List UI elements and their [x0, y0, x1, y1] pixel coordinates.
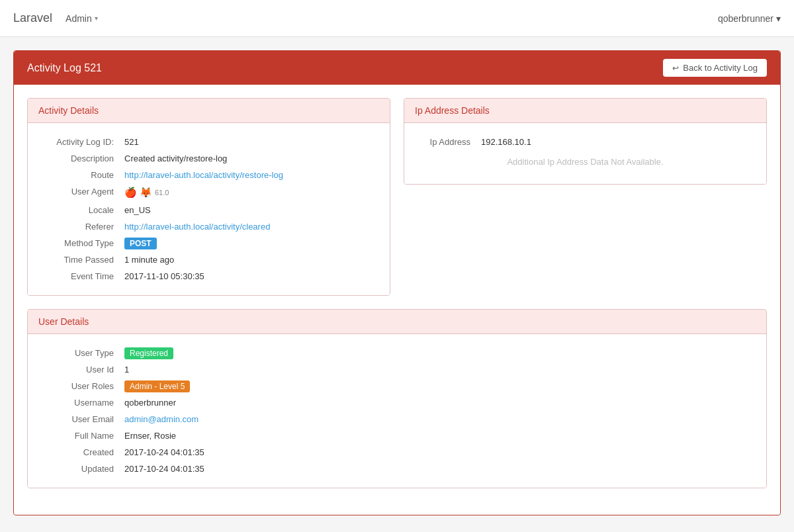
locale-row: Locale en_US	[38, 202, 379, 218]
event-time-row: Event Time 2017-11-10 05:30:35	[38, 268, 379, 285]
description-label: Description	[38, 154, 124, 163]
method-type-value: POST	[124, 238, 379, 248]
updated-value: 2017-10-24 04:01:35	[124, 464, 756, 474]
apple-icon: 🍎	[124, 187, 137, 199]
admin-badge: Admin - Level 5	[124, 380, 190, 392]
ua-version: 61.0	[155, 189, 169, 197]
user-agent-row: User Agent 🍎 🦊 61.0	[38, 183, 379, 202]
user-roles-value: Admin - Level 5	[124, 381, 756, 391]
navbar-left: Laravel Admin ▾	[13, 11, 98, 25]
time-passed-row: Time Passed 1 minute ago	[38, 251, 379, 268]
user-agent-label: User Agent	[38, 187, 124, 199]
full-name-label: Full Name	[38, 431, 124, 441]
route-row: Route http://laravel-auth.local/activity…	[38, 167, 379, 183]
ip-address-value: 192.168.10.1	[481, 137, 531, 147]
activity-details-body: Activity Log ID: 521 Description Created…	[28, 123, 390, 295]
referer-value: http://laravel-auth.local/activity/clear…	[124, 222, 379, 232]
user-agent-value: 🍎 🦊 61.0	[124, 187, 379, 199]
user-details-panel: User Details User Type Registered User I…	[27, 309, 767, 488]
created-value: 2017-10-24 04:01:35	[124, 447, 756, 457]
navbar: Laravel Admin ▾ qoberbrunner ▾	[0, 0, 794, 37]
referer-label: Referer	[38, 222, 124, 232]
page-header: Activity Log 521 ↩ Back to Activity Log	[14, 51, 780, 85]
ip-details-header: Ip Address Details	[404, 99, 766, 123]
ip-details-panel: Ip Address Details Ip Address 192.168.10…	[404, 98, 767, 185]
event-time-value: 2017-11-10 05:30:35	[124, 271, 379, 281]
registered-badge: Registered	[124, 347, 173, 359]
ip-address-label: Ip Address	[415, 137, 481, 147]
two-col-layout: Activity Details Activity Log ID: 521 De…	[27, 98, 767, 309]
user-roles-label: User Roles	[38, 381, 124, 391]
user-id-row: User Id 1	[38, 361, 756, 378]
description-value: Created activity/restore-log	[124, 154, 379, 163]
method-type-row: Method Type POST	[38, 235, 379, 251]
ip-details-column: Ip Address Details Ip Address 192.168.10…	[404, 98, 767, 309]
user-id-label: User Id	[38, 365, 124, 375]
username-value: qoberbrunner	[124, 398, 756, 408]
user-id-value: 1	[124, 365, 756, 375]
user-caret-icon: ▾	[776, 13, 781, 24]
username-row: Username qoberbrunner	[38, 394, 756, 411]
activity-details-column: Activity Details Activity Log ID: 521 De…	[27, 98, 390, 309]
ip-not-available-text: Additional Ip Address Data Not Available…	[415, 150, 756, 173]
user-email-value: admin@admin.com	[124, 414, 756, 424]
created-label: Created	[38, 447, 124, 457]
activity-log-id-label: Activity Log ID:	[38, 137, 124, 147]
user-roles-row: User Roles Admin - Level 5	[38, 378, 756, 394]
page-title: Activity Log 521	[27, 62, 102, 74]
ip-details-body: Ip Address 192.168.10.1 Additional Ip Ad…	[404, 123, 766, 184]
activity-detail-table: Activity Log ID: 521 Description Created…	[38, 134, 379, 285]
full-name-value: Ernser, Rosie	[124, 431, 756, 441]
method-type-label: Method Type	[38, 238, 124, 248]
locale-value: en_US	[124, 205, 379, 215]
route-link[interactable]: http://laravel-auth.local/activity/resto…	[124, 170, 283, 180]
user-email-row: User Email admin@admin.com	[38, 411, 756, 427]
updated-row: Updated 2017-10-24 04:01:35	[38, 461, 756, 477]
user-email-label: User Email	[38, 414, 124, 424]
admin-caret-icon: ▾	[95, 15, 98, 22]
referer-row: Referer http://laravel-auth.local/activi…	[38, 218, 379, 235]
navbar-brand[interactable]: Laravel	[13, 11, 52, 25]
user-label: qoberbrunner	[718, 13, 773, 24]
locale-label: Locale	[38, 205, 124, 215]
ip-address-row: Ip Address 192.168.10.1	[415, 134, 756, 150]
admin-label: Admin	[66, 13, 92, 24]
back-to-activity-log-button[interactable]: ↩ Back to Activity Log	[663, 59, 767, 77]
route-label: Route	[38, 170, 124, 180]
post-badge: POST	[124, 238, 157, 249]
content-area: Activity Details Activity Log ID: 521 De…	[14, 85, 780, 515]
main-content: Activity Log 521 ↩ Back to Activity Log …	[0, 37, 794, 529]
user-details-header: User Details	[28, 310, 766, 334]
updated-label: Updated	[38, 464, 124, 474]
username-label: Username	[38, 398, 124, 408]
user-dropdown[interactable]: qoberbrunner ▾	[718, 13, 781, 24]
ua-icons: 🍎 🦊 61.0	[124, 187, 379, 199]
full-name-row: Full Name Ernser, Rosie	[38, 427, 756, 444]
time-passed-label: Time Passed	[38, 255, 124, 265]
user-type-value: Registered	[124, 348, 756, 358]
user-details-body: User Type Registered User Id 1 User Role…	[28, 334, 766, 488]
activity-details-header: Activity Details	[28, 99, 390, 123]
event-time-label: Event Time	[38, 271, 124, 281]
description-row: Description Created activity/restore-log	[38, 150, 379, 167]
back-arrow-icon: ↩	[672, 64, 679, 73]
browser-icon: 🦊	[140, 187, 152, 199]
created-row: Created 2017-10-24 04:01:35	[38, 444, 756, 461]
user-type-label: User Type	[38, 348, 124, 358]
outer-container: Activity Log 521 ↩ Back to Activity Log …	[13, 50, 781, 515]
user-email-link[interactable]: admin@admin.com	[124, 414, 198, 424]
back-button-label: Back to Activity Log	[683, 63, 758, 73]
referer-link[interactable]: http://laravel-auth.local/activity/clear…	[124, 222, 270, 232]
activity-log-id-row: Activity Log ID: 521	[38, 134, 379, 150]
activity-log-id-value: 521	[124, 137, 379, 147]
user-type-row: User Type Registered	[38, 345, 756, 361]
activity-details-panel: Activity Details Activity Log ID: 521 De…	[27, 98, 390, 296]
time-passed-value: 1 minute ago	[124, 255, 379, 265]
route-value: http://laravel-auth.local/activity/resto…	[124, 170, 379, 180]
admin-dropdown[interactable]: Admin ▾	[66, 13, 98, 24]
